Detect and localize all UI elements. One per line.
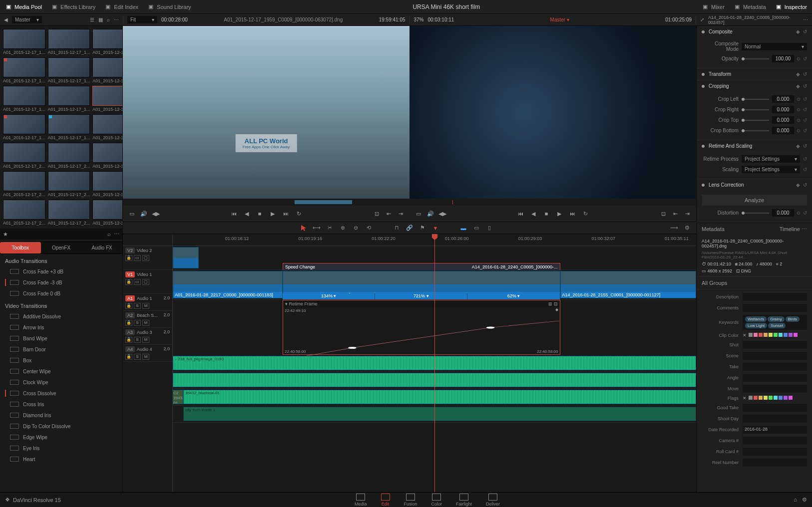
fx-button[interactable]: ▣Effects Library bbox=[51, 3, 95, 10]
media-clip-thumb[interactable]: A01_2015-12-17_2... bbox=[3, 200, 45, 226]
audio-clip[interactable]: 39432_bluebeat-01 bbox=[183, 390, 696, 404]
visibility-toggle[interactable]: ▢ bbox=[142, 279, 149, 285]
sound-button[interactable]: ▣Sound Library bbox=[147, 3, 191, 10]
metadata-input[interactable] bbox=[743, 437, 807, 445]
lock-icon[interactable]: 🔒 bbox=[125, 354, 132, 360]
media-clip-thumb[interactable]: A01_2015-12-17_1... bbox=[48, 57, 90, 83]
snap-toggle[interactable]: ⊓ bbox=[393, 224, 401, 232]
media-clip-thumb[interactable]: A01_2015-12-17_2... bbox=[48, 143, 90, 169]
options-icon[interactable]: ⋯ bbox=[803, 17, 808, 22]
effects-tab-audio-fx[interactable]: Audio FX bbox=[81, 242, 122, 254]
last-frame-button[interactable]: ⏭ bbox=[568, 210, 576, 218]
media-clip-thumb[interactable]: A01_2015-12-17_2... bbox=[92, 200, 122, 226]
audio-track-header[interactable]: A4Audio 42.0🔒SM bbox=[123, 345, 172, 362]
search-icon[interactable]: ⌕ bbox=[107, 231, 111, 237]
keyframe-toggle[interactable] bbox=[797, 57, 800, 60]
mute-toggle[interactable]: M bbox=[142, 320, 149, 326]
effect-item[interactable]: Diamond Iris bbox=[0, 410, 122, 421]
lock-icon[interactable]: 🔒 bbox=[125, 303, 132, 309]
media-clip-thumb[interactable]: A01_2015-12-17_1... bbox=[3, 29, 45, 55]
clip-view-large[interactable]: ▯ bbox=[485, 224, 493, 232]
volume-icon[interactable]: 🔊 bbox=[426, 210, 434, 218]
viewer-mode-icon[interactable]: ▭ bbox=[128, 210, 136, 218]
slider[interactable] bbox=[742, 99, 769, 100]
slider[interactable] bbox=[742, 130, 769, 131]
color-swatch[interactable] bbox=[754, 396, 758, 400]
metadata-input[interactable] bbox=[743, 341, 807, 349]
stop-button[interactable]: ■ bbox=[542, 210, 550, 218]
keyframe-icon[interactable]: ◆ bbox=[796, 29, 800, 34]
effect-item[interactable]: Box bbox=[0, 355, 122, 366]
color-picker[interactable]: ✕ bbox=[743, 396, 807, 401]
keyframe-toggle[interactable] bbox=[797, 98, 800, 101]
link-toggle[interactable]: 🔗 bbox=[406, 224, 413, 232]
timeline-scrub-bar[interactable] bbox=[409, 199, 696, 206]
audio-track-header[interactable]: A3Audio 32.0🔒SM bbox=[123, 328, 172, 345]
retime-curve-panel[interactable]: ▾ Retime Frame⊞ ⊟ 22:42:49:10 ◆ 22:40:58… bbox=[283, 300, 560, 355]
out-point-icon[interactable]: ⇥ bbox=[397, 210, 405, 218]
page-media[interactable]: Media bbox=[355, 494, 367, 507]
solo-toggle[interactable]: S bbox=[134, 320, 141, 326]
stop-button[interactable]: ■ bbox=[256, 210, 264, 218]
effect-item[interactable]: Heart bbox=[0, 454, 122, 465]
color-picker[interactable]: ✕ bbox=[743, 333, 807, 338]
value-input[interactable]: 0.000 bbox=[772, 106, 794, 113]
project-settings-icon[interactable]: ⌂ bbox=[794, 497, 797, 503]
audio-track-header[interactable]: A2Beach S...2.0🔒SM bbox=[123, 311, 172, 328]
zoom-in-icon[interactable]: ⊞ bbox=[548, 301, 552, 306]
page-fairlight[interactable]: Fairlight bbox=[456, 494, 472, 507]
color-swatch[interactable] bbox=[759, 396, 763, 400]
slider[interactable] bbox=[742, 213, 769, 214]
menu-icon[interactable]: ⋯ bbox=[114, 17, 119, 22]
reset-icon[interactable]: ↺ bbox=[803, 182, 807, 188]
keyword-tag[interactable]: Low Light bbox=[745, 323, 767, 328]
audio-track-header[interactable]: A1Audio 12.0🔒SM bbox=[123, 294, 172, 311]
effect-item[interactable]: Cross Fade +3 dB bbox=[0, 266, 122, 277]
effect-item[interactable]: Band Wipe bbox=[0, 333, 122, 344]
keyframe-icon[interactable]: ◆ bbox=[796, 182, 800, 188]
media-clip-thumb[interactable]: A01_2016-12-17_1... bbox=[3, 114, 45, 140]
media-clip-thumb[interactable]: A01_2015-12-17_1... bbox=[48, 114, 90, 140]
fit-dropdown[interactable]: Fit▾ bbox=[127, 16, 157, 23]
mute-toggle[interactable]: M bbox=[142, 303, 149, 309]
color-swatch[interactable] bbox=[754, 333, 758, 337]
visibility-toggle[interactable]: ▢ bbox=[142, 255, 149, 261]
media-clip-thumb[interactable]: A01_2015-12-17_1... bbox=[92, 57, 122, 83]
video-track-header[interactable]: V1Video 1🔒▭▢ bbox=[123, 270, 172, 294]
first-frame-button[interactable]: ⏮ bbox=[230, 210, 238, 218]
play-button[interactable]: ▶ bbox=[555, 210, 563, 218]
page-deliver[interactable]: Deliver bbox=[486, 494, 500, 507]
effect-item[interactable]: Center Wipe bbox=[0, 366, 122, 377]
effect-item[interactable]: Cross Iris bbox=[0, 399, 122, 410]
reset-icon[interactable]: ↺ bbox=[803, 29, 807, 34]
keyframe-toggle[interactable] bbox=[797, 212, 800, 215]
page-fusion[interactable]: Fusion bbox=[404, 494, 417, 507]
preferences-icon[interactable]: ⚙ bbox=[802, 497, 807, 503]
inspector-section-retime[interactable]: Retime And Scaling◆↺ bbox=[697, 140, 812, 152]
color-swatch[interactable] bbox=[759, 333, 763, 337]
inspector-button[interactable]: ▣Inspector bbox=[775, 3, 807, 10]
auto-select-toggle[interactable]: ▭ bbox=[134, 279, 141, 285]
media-clip-thumb[interactable]: A01_2015-12-17_1... bbox=[3, 57, 45, 83]
in-point-icon[interactable]: ⇤ bbox=[671, 210, 679, 218]
color-swatch[interactable] bbox=[769, 396, 773, 400]
reset-icon[interactable]: ↺ bbox=[803, 167, 807, 172]
media-pool-button[interactable]: ▣Media Pool bbox=[5, 3, 42, 10]
metadata-input[interactable] bbox=[743, 352, 807, 360]
reset-icon[interactable]: ↺ bbox=[803, 117, 807, 123]
effect-item[interactable]: Cross Fade 0 dB bbox=[0, 288, 122, 299]
first-frame-button[interactable]: ⏮ bbox=[516, 210, 524, 218]
clip-view-med[interactable]: ▭ bbox=[472, 224, 480, 232]
effects-tab-toolbox[interactable]: Toolbox bbox=[0, 242, 41, 254]
index-button[interactable]: ▣Edit Index bbox=[104, 3, 138, 10]
grid-view-icon[interactable]: ▦ bbox=[98, 17, 103, 22]
metadata-input[interactable] bbox=[743, 293, 807, 301]
metadata-input[interactable] bbox=[743, 374, 807, 382]
media-clip-thumb[interactable]: A01_2015-12-17_1... bbox=[92, 114, 122, 140]
zoom-slider-icon[interactable]: ⟿ bbox=[670, 224, 678, 232]
color-swatch[interactable] bbox=[789, 333, 793, 337]
slider[interactable] bbox=[742, 109, 769, 110]
keyword-tag[interactable]: Sunset bbox=[768, 323, 786, 328]
mute-toggle[interactable]: M bbox=[142, 337, 149, 343]
source-scrub-bar[interactable] bbox=[123, 199, 409, 206]
